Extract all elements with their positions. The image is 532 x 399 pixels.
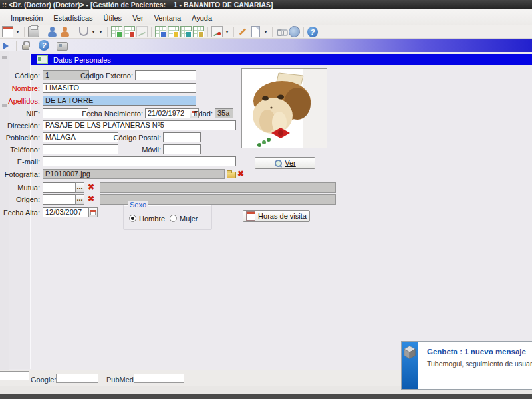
codigo-externo-field[interactable] (135, 70, 196, 80)
toolbar-separator (233, 27, 234, 37)
menu-utiles[interactable]: Útiles (98, 13, 128, 23)
fecha-alta-field[interactable]: 12/03/2007 (43, 207, 89, 217)
movil-label: Móvil: (106, 146, 161, 155)
dock-mark (2, 56, 7, 59)
notification-popup[interactable]: Genbeta : 1 nuevo mensaje Tubemogul, seg… (401, 341, 532, 390)
pencil-icon[interactable] (237, 26, 249, 37)
chevron-down-icon[interactable]: ▾ (15, 29, 21, 35)
horas-de-visita-button[interactable]: Horas de visita (243, 210, 310, 222)
telefono-label: Teléfono: (0, 146, 40, 155)
patient-verified-icon[interactable] (47, 26, 58, 37)
codigo-postal-field[interactable] (163, 132, 201, 142)
menu-ayuda[interactable]: Ayuda (186, 13, 217, 23)
fotografia-label: Fotografía: (0, 170, 40, 180)
codigo-externo-label: Código Externo: (80, 72, 133, 81)
forward-arrow-icon[interactable] (1, 40, 13, 51)
clear-mutua-icon[interactable]: ✖ (86, 182, 96, 192)
nif-label: NIF: (0, 110, 40, 119)
plush-toy-image (242, 69, 327, 148)
toolbar-separator (151, 27, 152, 37)
menu-estadisticas[interactable]: Estadísticas (48, 13, 98, 23)
web-icon[interactable] (289, 26, 300, 37)
main-toolbar: ▾ ▾▾ ▾ ▾ ? (0, 25, 532, 39)
section-header: Datos Personales (31, 54, 532, 65)
clear-origen-icon[interactable]: ✖ (86, 194, 96, 204)
radio-mujer-label[interactable]: Mujer (180, 215, 198, 223)
visits-table-green-icon[interactable] (111, 26, 122, 37)
mutua-label: Mutua: (0, 184, 40, 193)
new-document-icon[interactable] (251, 26, 260, 37)
grid-yellow-icon[interactable] (193, 26, 204, 37)
google-label: Google: (31, 376, 57, 384)
grid-blue-icon[interactable] (155, 26, 166, 37)
chevron-down-icon[interactable]: ▾ (263, 29, 269, 35)
window-title: :: <Dr. (Doctor) (Doctor)> - [Gestión de… (0, 0, 532, 9)
menu-ver[interactable]: Ver (127, 13, 149, 23)
radio-mujer[interactable] (170, 215, 177, 222)
grid-teal-icon[interactable] (180, 26, 192, 37)
menu-bar: Impresión Estadísticas Útiles Ver Ventan… (0, 9, 532, 25)
fecha-alta-label: Fecha Alta: (0, 209, 40, 218)
toolbar-separator (53, 41, 53, 51)
visits-table-red-icon[interactable] (124, 26, 135, 37)
chevron-down-icon[interactable]: ▾ (224, 29, 230, 35)
open-folder-icon[interactable] (226, 169, 236, 179)
notification-body[interactable]: Tubemogul, seguimiento de usuarios y víd (427, 360, 532, 368)
chart-annotate-icon[interactable] (211, 26, 223, 37)
google-search-input[interactable] (56, 374, 98, 383)
horas-de-visita-label: Horas de visita (258, 212, 307, 220)
mutua-field[interactable] (43, 182, 76, 193)
taskbar-edge (0, 394, 532, 399)
footer-left-input[interactable] (0, 371, 29, 380)
ver-button[interactable]: Ver (255, 157, 315, 169)
personal-data-icon (37, 55, 48, 64)
toolbar-separator (35, 41, 35, 51)
fecha-alta-calendar-icon[interactable] (88, 207, 98, 217)
origen-lookup-button[interactable]: ... (75, 194, 84, 205)
email-field[interactable] (43, 156, 236, 166)
codigo-postal-label: Código Postal: (106, 134, 161, 143)
toolbar-separator (272, 27, 273, 37)
link-icon[interactable] (276, 26, 287, 37)
grid-star-icon[interactable] (168, 26, 179, 37)
menu-ventana[interactable]: Ventana (149, 13, 186, 23)
codigo-label: Código: (0, 72, 40, 81)
origen-field[interactable] (43, 194, 76, 205)
stethoscope-icon[interactable] (78, 26, 89, 37)
toolbar-separator (43, 27, 43, 37)
pubmed-label: PubMed: (106, 376, 136, 384)
nombre-field[interactable]: LIMASITO (43, 83, 196, 93)
origen-label: Origen: (0, 196, 40, 205)
info-icon[interactable]: ? (39, 40, 49, 51)
clear-fotografia-icon[interactable]: ✖ (236, 169, 245, 179)
chevron-down-icon[interactable]: ▾ (98, 29, 104, 35)
calendar-icon[interactable] (2, 26, 13, 37)
mutua-description-field (100, 182, 336, 193)
chevron-down-icon[interactable]: ▾ (90, 29, 96, 35)
patient-add-icon[interactable] (59, 26, 70, 37)
printer-icon[interactable] (28, 26, 39, 37)
id-card-icon[interactable] (57, 42, 68, 51)
chart-disabled-icon[interactable] (136, 26, 148, 37)
mutua-lookup-button[interactable]: ... (75, 182, 84, 193)
menu-impresion[interactable]: Impresión (5, 13, 48, 23)
edad-field: 35a (215, 108, 233, 118)
lock-icon[interactable] (21, 40, 30, 51)
help-icon[interactable]: ? (307, 27, 318, 37)
direccion-field[interactable]: PASAJE DE LAS PLATANERAS Nº5 (43, 120, 236, 130)
apellidos-label: Apellidos: (0, 97, 40, 106)
notification-sidebar (402, 342, 418, 389)
notification-title[interactable]: Genbeta : 1 nuevo mensaje (427, 348, 526, 356)
app-window: :: <Dr. (Doctor) (Doctor)> - [Gestión de… (0, 0, 532, 399)
radio-hombre[interactable] (129, 215, 136, 222)
pubmed-search-input[interactable] (134, 374, 184, 383)
apellidos-field[interactable]: DE LA TORRE (43, 96, 196, 106)
toolbar-separator (207, 27, 208, 37)
fecha-nacimiento-label: Fecha Nacimiento: (66, 110, 143, 119)
toolbar-separator (303, 27, 304, 37)
toolbar-separator (16, 41, 17, 51)
section-title: Datos Personales (53, 56, 111, 64)
patient-photo (241, 68, 327, 148)
radio-hombre-label[interactable]: Hombre (139, 215, 165, 223)
movil-field[interactable] (163, 144, 201, 154)
